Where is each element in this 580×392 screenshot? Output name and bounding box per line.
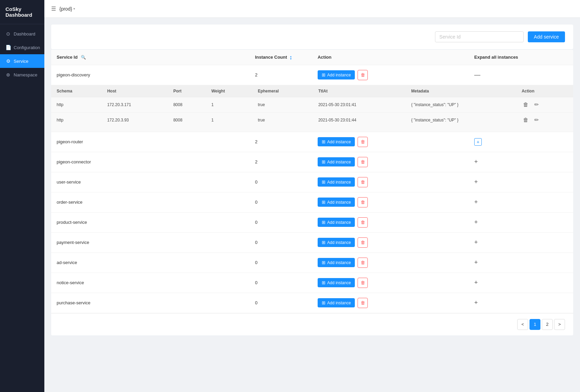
pagination: < 1 2 > bbox=[51, 313, 573, 335]
host-cell: 172.20.3.171 bbox=[102, 97, 168, 112]
sidebar: CoSky Dashboard ⊙ Dashboard 📄 Configurat… bbox=[0, 0, 44, 392]
add-instance-button[interactable]: ⊞ Add instance bbox=[318, 258, 355, 267]
services-table-container: Service Id 🔍 Instance Count ▲ ▼ Action E… bbox=[51, 50, 573, 335]
delete-instance-button[interactable]: 🗑 bbox=[522, 101, 530, 109]
add-instance-button[interactable]: ⊞ Add instance bbox=[318, 70, 355, 79]
instance-row: http 172.20.3.93 8008 1 true 2021-05-30 … bbox=[51, 112, 573, 128]
pagination-page-1[interactable]: 1 bbox=[530, 319, 540, 330]
table-row: pigeon-discovery 2 ⊞ Add instance 🗑 — bbox=[51, 65, 573, 85]
expand-icon[interactable]: + bbox=[474, 199, 478, 205]
sidebar-item-service[interactable]: ⚙ Service bbox=[0, 54, 44, 68]
th-metadata: Metadata bbox=[406, 85, 516, 97]
ephemeral-cell: true bbox=[252, 112, 313, 128]
edit-instance-button[interactable]: ✏ bbox=[533, 101, 541, 109]
expand-icon[interactable]: + bbox=[474, 138, 482, 146]
delete-service-button[interactable]: 🗑 bbox=[358, 278, 368, 288]
grid-icon: ⊞ bbox=[322, 300, 325, 305]
delete-service-button[interactable]: 🗑 bbox=[358, 70, 368, 80]
delete-service-button[interactable]: 🗑 bbox=[358, 137, 368, 147]
action-cell: ⊞ Add instance 🗑 bbox=[312, 212, 469, 232]
trash-icon: 🗑 bbox=[361, 240, 365, 245]
sidebar-item-configuration[interactable]: 📄 Configuration bbox=[0, 41, 44, 54]
search-icon[interactable]: 🔍 bbox=[81, 55, 86, 60]
service-id-cell: user-service bbox=[51, 172, 249, 192]
delete-service-button[interactable]: 🗑 bbox=[358, 258, 368, 268]
table-row: pigeon-router 2 ⊞ Add instance 🗑 + bbox=[51, 132, 573, 152]
th-ephemeral: Ephemeral bbox=[252, 85, 313, 97]
grid-icon: ⊞ bbox=[322, 72, 325, 77]
table-row: payment-service 0 ⊞ Add instance 🗑 + bbox=[51, 232, 573, 252]
action-cell: ⊞ Add instance 🗑 bbox=[312, 293, 469, 313]
trash-icon: 🗑 bbox=[361, 280, 365, 285]
delete-service-button[interactable]: 🗑 bbox=[358, 177, 368, 187]
delete-service-button[interactable]: 🗑 bbox=[358, 217, 368, 228]
edit-instance-button[interactable]: ✏ bbox=[533, 116, 541, 124]
table-row: ad-service 0 ⊞ Add instance 🗑 + bbox=[51, 252, 573, 273]
sidebar-item-dashboard[interactable]: ⊙ Dashboard bbox=[0, 27, 44, 41]
expand-icon[interactable]: + bbox=[474, 299, 478, 306]
pagination-page-2[interactable]: 2 bbox=[542, 319, 553, 330]
service-id-cell: purchase-service bbox=[51, 293, 249, 313]
add-instance-button[interactable]: ⊞ Add instance bbox=[318, 238, 355, 247]
sidebar-item-namespace[interactable]: ⊛ Namespace bbox=[0, 68, 44, 82]
action-cell: ⊞ Add instance 🗑 bbox=[312, 172, 469, 192]
trash-icon: 🗑 bbox=[361, 139, 365, 144]
service-id-cell: pigeon-discovery bbox=[51, 65, 249, 85]
delete-service-button[interactable]: 🗑 bbox=[358, 157, 368, 167]
schema-cell: http bbox=[51, 112, 102, 128]
expand-icon[interactable]: + bbox=[474, 279, 478, 286]
th-instance-count: Instance Count ▲ ▼ bbox=[249, 50, 312, 65]
expand-icon[interactable]: + bbox=[474, 178, 478, 185]
env-selector[interactable]: {prod} ▾ bbox=[59, 6, 75, 12]
action-cell: ⊞ Add instance 🗑 bbox=[312, 273, 469, 293]
add-instance-button[interactable]: ⊞ Add instance bbox=[318, 198, 355, 207]
add-service-button[interactable]: Add service bbox=[528, 31, 565, 42]
th-schema: Schema bbox=[51, 85, 102, 97]
pagination-prev[interactable]: < bbox=[517, 319, 528, 330]
add-instance-button[interactable]: ⊞ Add instance bbox=[318, 218, 355, 227]
expand-icon[interactable]: + bbox=[474, 259, 478, 266]
top-header: ☰ {prod} ▾ bbox=[44, 0, 580, 18]
weight-cell: 1 bbox=[206, 97, 252, 112]
table-row: order-service 0 ⊞ Add instance 🗑 + bbox=[51, 192, 573, 212]
instance-action-cell: 🗑 ✏ bbox=[516, 97, 573, 112]
expand-icon[interactable]: + bbox=[474, 158, 478, 165]
add-instance-button[interactable]: ⊞ Add instance bbox=[318, 177, 355, 187]
instance-count-cell: 0 bbox=[249, 273, 312, 293]
expand-cell: + bbox=[469, 232, 573, 252]
pagination-next[interactable]: > bbox=[554, 319, 565, 330]
menu-icon[interactable]: ☰ bbox=[51, 5, 56, 12]
delete-service-button[interactable]: 🗑 bbox=[358, 298, 368, 308]
add-instance-button[interactable]: ⊞ Add instance bbox=[318, 298, 355, 307]
add-instance-button[interactable]: ⊞ Add instance bbox=[318, 137, 355, 146]
th-port: Port bbox=[168, 85, 206, 97]
instances-table: Schema Host Port Weight Ephemeral TtlAt … bbox=[51, 85, 573, 128]
trash-icon: 🗑 bbox=[523, 102, 528, 108]
app-logo: CoSky Dashboard bbox=[0, 0, 44, 24]
expand-icon[interactable]: + bbox=[474, 239, 478, 246]
th-action: Action bbox=[312, 50, 469, 65]
sidebar-item-label: Service bbox=[14, 59, 28, 64]
instance-count-cell: 0 bbox=[249, 293, 312, 313]
service-icon: ⚙ bbox=[5, 58, 11, 64]
ephemeral-cell: true bbox=[252, 97, 313, 112]
expand-cell: + bbox=[469, 212, 573, 232]
dashboard-icon: ⊙ bbox=[5, 31, 11, 37]
instance-sub-row: Schema Host Port Weight Ephemeral TtlAt … bbox=[51, 85, 573, 132]
service-id-cell: notice-service bbox=[51, 273, 249, 293]
service-id-cell: payment-service bbox=[51, 232, 249, 252]
sort-icon[interactable]: ▲ ▼ bbox=[290, 55, 292, 60]
search-input[interactable] bbox=[435, 31, 524, 42]
th-expand-all: Expand all instances bbox=[469, 50, 573, 65]
service-id-cell: pigeon-router bbox=[51, 132, 249, 152]
delete-service-button[interactable]: 🗑 bbox=[358, 197, 368, 207]
collapse-icon[interactable]: — bbox=[474, 71, 480, 78]
delete-service-button[interactable]: 🗑 bbox=[358, 237, 368, 248]
expand-icon[interactable]: + bbox=[474, 219, 478, 226]
page-content: Add service Service Id 🔍 Instance Count … bbox=[44, 18, 580, 392]
namespace-icon: ⊛ bbox=[5, 72, 11, 77]
service-id-cell: product-service bbox=[51, 212, 249, 232]
add-instance-button[interactable]: ⊞ Add instance bbox=[318, 157, 355, 166]
add-instance-button[interactable]: ⊞ Add instance bbox=[318, 278, 355, 287]
delete-instance-button[interactable]: 🗑 bbox=[522, 116, 530, 124]
